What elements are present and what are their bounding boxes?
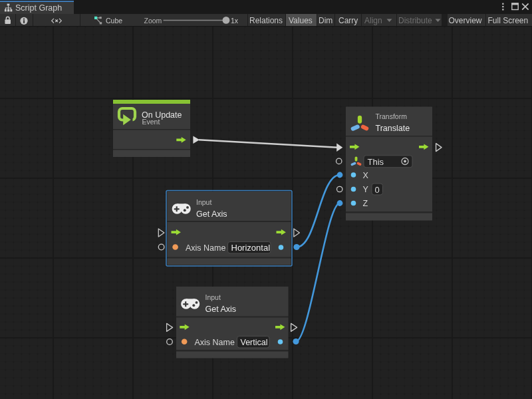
svg-text:Axis Name: Axis Name — [186, 243, 225, 253]
svg-text:Z: Z — [363, 199, 368, 208]
svg-text:0: 0 — [375, 185, 380, 195]
svg-text:Axis Name: Axis Name — [195, 338, 235, 347]
svg-text:This: This — [368, 157, 384, 167]
svg-text:X: X — [363, 171, 369, 180]
svg-text:Get Axis: Get Axis — [205, 305, 237, 314]
svg-text:Vertical: Vertical — [241, 338, 268, 347]
svg-text:Input: Input — [205, 293, 221, 301]
svg-text:Translate: Translate — [376, 124, 410, 133]
svg-text:Event: Event — [142, 118, 160, 126]
svg-text:Horizontal: Horizontal — [231, 243, 271, 253]
svg-text:Y: Y — [363, 185, 369, 194]
svg-text:Get Axis: Get Axis — [196, 209, 227, 219]
svg-text:Input: Input — [196, 198, 211, 206]
svg-text:Transform: Transform — [376, 112, 408, 120]
